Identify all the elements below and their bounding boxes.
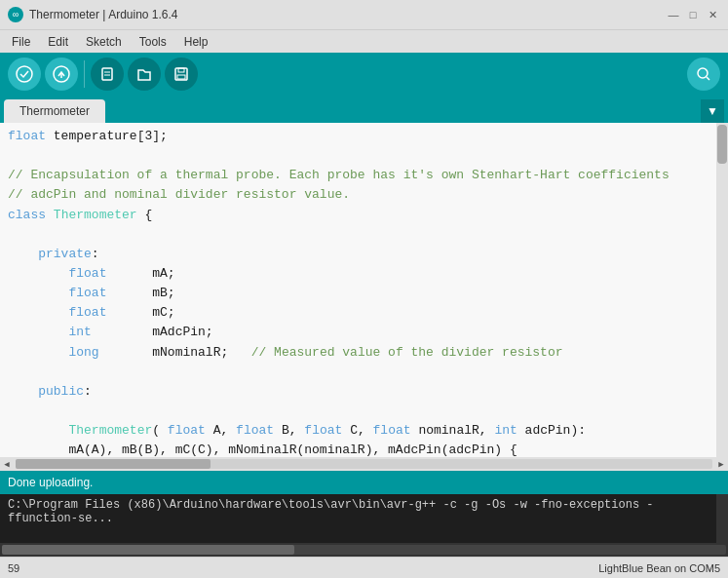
code-line-10: float mC; bbox=[8, 303, 720, 323]
console-header: Done uploading. bbox=[0, 471, 728, 494]
status-bar: 59 LightBlue Bean on COM5 bbox=[0, 557, 728, 578]
code-line-3: // Encapsulation of a thermal probe. Eac… bbox=[8, 166, 720, 185]
upload-button[interactable] bbox=[45, 58, 78, 91]
close-button[interactable]: ✕ bbox=[705, 7, 720, 22]
code-line-2 bbox=[8, 146, 720, 166]
code-line-7: private: bbox=[8, 245, 720, 264]
code-line-16: Thermometer( float A, float B, float C, … bbox=[8, 421, 720, 441]
toolbar-separator bbox=[84, 60, 85, 88]
code-area[interactable]: float temperature[3]; // Encapsulation o… bbox=[0, 123, 728, 457]
tab-dropdown-button[interactable]: ▼ bbox=[701, 99, 724, 123]
console-panel: Done uploading. C:\Program Files (x86)\A… bbox=[0, 471, 728, 557]
maximize-button[interactable]: □ bbox=[685, 7, 701, 22]
horizontal-scrollbar[interactable]: ◀ ▶ bbox=[0, 457, 728, 471]
svg-point-0 bbox=[17, 66, 32, 82]
menu-file[interactable]: File bbox=[4, 33, 38, 51]
editor: float temperature[3]; // Encapsulation o… bbox=[0, 123, 728, 471]
console-horizontal-scrollbar[interactable] bbox=[0, 543, 728, 557]
console-output: C:\Program Files (x86)\Arduino\hardware\… bbox=[0, 494, 728, 543]
code-line-11: int mAdcPin; bbox=[8, 323, 720, 342]
toolbar-right bbox=[687, 58, 720, 91]
window-controls: — □ ✕ bbox=[666, 7, 720, 22]
tab-bar: Thermometer ▼ bbox=[0, 96, 728, 123]
search-button[interactable] bbox=[687, 58, 720, 91]
svg-rect-8 bbox=[177, 75, 185, 79]
svg-rect-3 bbox=[102, 68, 112, 80]
code-line-14: public: bbox=[8, 382, 720, 402]
board-info: LightBlue Bean on COM5 bbox=[598, 562, 720, 574]
menu-sketch[interactable]: Sketch bbox=[78, 33, 130, 51]
toolbar bbox=[0, 53, 728, 96]
line-number: 59 bbox=[8, 562, 37, 574]
console-scroll-track[interactable] bbox=[2, 545, 726, 555]
vertical-scrollbar[interactable] bbox=[716, 123, 728, 457]
console-vertical-scrollbar[interactable] bbox=[716, 494, 728, 543]
minimize-button[interactable]: — bbox=[666, 7, 681, 22]
code-line-13 bbox=[8, 363, 720, 382]
svg-point-9 bbox=[698, 68, 708, 78]
title-bar: ∞ Thermometer | Arduino 1.6.4 — □ ✕ bbox=[0, 0, 728, 29]
menu-tools[interactable]: Tools bbox=[132, 33, 174, 51]
scroll-right-arrow[interactable]: ▶ bbox=[714, 457, 728, 471]
console-text: C:\Program Files (x86)\Arduino\hardware\… bbox=[8, 498, 654, 525]
code-line-4: // adcPin and nominal divider resistor v… bbox=[8, 185, 720, 205]
console-scroll-thumb[interactable] bbox=[2, 545, 294, 555]
menu-edit[interactable]: Edit bbox=[40, 33, 76, 51]
code-line-17: mA(A), mB(B), mC(C), mNominalR(nominalR)… bbox=[8, 441, 720, 457]
open-button[interactable] bbox=[128, 58, 161, 91]
tab-thermometer[interactable]: Thermometer bbox=[4, 99, 105, 123]
menu-help[interactable]: Help bbox=[176, 33, 216, 51]
save-button[interactable] bbox=[165, 58, 198, 91]
console-status: Done uploading. bbox=[8, 476, 93, 489]
menu-bar: File Edit Sketch Tools Help bbox=[0, 29, 728, 53]
window-title: Thermometer | Arduino 1.6.4 bbox=[29, 8, 660, 21]
code-line-12: long mNominalR; // Measured value of the… bbox=[8, 343, 720, 363]
code-line-1: float temperature[3]; bbox=[8, 127, 720, 146]
scroll-left-arrow[interactable]: ◀ bbox=[0, 457, 14, 471]
code-line-5: class Thermometer { bbox=[8, 206, 720, 225]
code-line-6 bbox=[8, 225, 720, 245]
svg-line-10 bbox=[707, 77, 709, 80]
code-line-9: float mB; bbox=[8, 284, 720, 303]
code-line-15 bbox=[8, 402, 720, 421]
app-icon: ∞ bbox=[8, 7, 23, 22]
new-button[interactable] bbox=[91, 58, 124, 91]
vertical-scrollbar-thumb[interactable] bbox=[717, 125, 727, 164]
code-line-8: float mA; bbox=[8, 264, 720, 284]
verify-button[interactable] bbox=[8, 58, 41, 91]
horizontal-scrollbar-track[interactable] bbox=[16, 459, 712, 469]
horizontal-scrollbar-thumb[interactable] bbox=[16, 459, 211, 469]
